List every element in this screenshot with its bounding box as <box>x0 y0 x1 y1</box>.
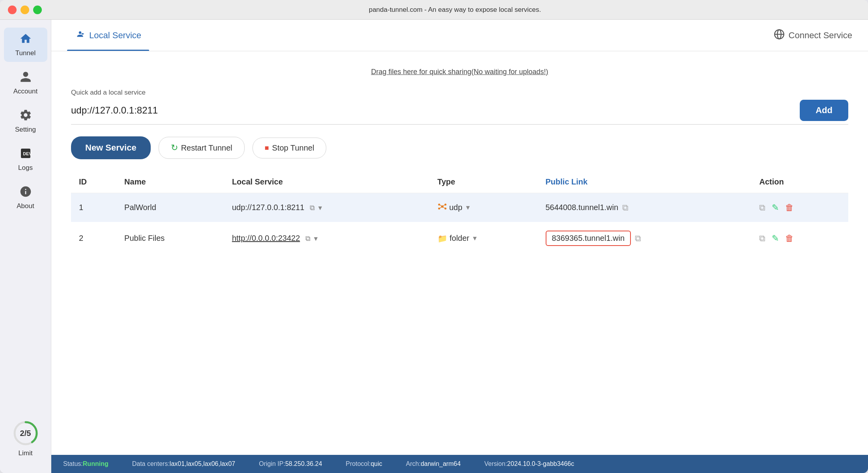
row2-action-copy-icon[interactable]: ⧉ <box>759 233 765 244</box>
row2-edit-icon[interactable]: ✎ <box>772 233 779 244</box>
row2-delete-icon[interactable]: 🗑 <box>785 233 794 244</box>
stop-icon: ■ <box>265 144 269 152</box>
local-service-tab-icon <box>75 29 85 42</box>
limit-circle: 2/5 <box>12 419 39 447</box>
row1-type-dropdown-icon[interactable]: ▼ <box>465 204 471 211</box>
status-bar: Status:Running Data centers:lax01,lax05,… <box>51 455 868 473</box>
minimize-button[interactable] <box>21 6 29 14</box>
row2-copy-link-icon[interactable]: ⧉ <box>635 233 641 244</box>
sidebar-item-logs[interactable]: DEV Logs <box>4 142 47 177</box>
col-action: Action <box>751 171 848 193</box>
sidebar-item-account[interactable]: Account <box>4 66 47 100</box>
limit-section: 2/5 Limit <box>12 419 39 465</box>
row2-name: Public Files <box>116 222 224 255</box>
col-public-link: Public Link <box>538 171 752 193</box>
sidebar-item-tunnel[interactable]: Tunnel <box>4 28 47 62</box>
quick-add-row: Add <box>71 100 848 125</box>
col-type: Type <box>430 171 538 193</box>
udp-icon <box>438 202 447 213</box>
account-icon <box>19 71 32 85</box>
window-title: panda-tunnel.com - An easy way to expose… <box>50 6 860 14</box>
protocol: Protocol:quic <box>346 460 382 467</box>
content-area: Drag files here for quick sharing(No wai… <box>51 51 868 455</box>
tab-bar: Local Service Connect Service <box>51 20 868 51</box>
row1-actions: ⧉ ✎ 🗑 <box>751 193 848 222</box>
svg-point-4 <box>79 31 82 34</box>
data-centers: Data centers:lax01,lax05,lax06,lax07 <box>132 460 236 467</box>
quick-add-section: Quick add a local service Add <box>71 89 848 125</box>
version: Version:2024.10.0-3-gabb3466c <box>485 460 574 467</box>
arch: Arch:darwin_arm64 <box>406 460 461 467</box>
svg-point-9 <box>444 204 446 206</box>
limit-label: Limit <box>19 449 33 457</box>
logs-icon: DEV <box>19 147 32 162</box>
restart-icon: ↻ <box>171 143 178 153</box>
home-icon <box>19 32 32 47</box>
svg-line-12 <box>440 205 441 206</box>
table-row: 1 PalWorld udp://127.0.0.1:8211 ⧉ ▼ <box>71 193 848 222</box>
row1-url-dropdown-icon[interactable]: ▼ <box>317 205 324 211</box>
add-button[interactable]: Add <box>800 100 848 121</box>
svg-line-15 <box>443 207 445 208</box>
svg-point-11 <box>444 208 446 210</box>
restart-tunnel-button[interactable]: ↻ Restart Tunnel <box>159 137 245 159</box>
app-body: Tunnel Account Setting <box>0 20 868 473</box>
row1-type: udp ▼ <box>430 193 538 222</box>
svg-text:DEV: DEV <box>23 151 32 156</box>
table-row: 2 Public Files http://0.0.0.0:23422 ⧉ ▼ … <box>71 222 848 255</box>
stop-tunnel-button[interactable]: ■ Stop Tunnel <box>253 138 327 158</box>
row2-type-dropdown-icon[interactable]: ▼ <box>472 235 478 242</box>
sidebar: Tunnel Account Setting <box>0 20 51 473</box>
row2-local-service: http://0.0.0.0:23422 ⧉ ▼ <box>224 222 430 255</box>
svg-point-10 <box>438 208 440 210</box>
svg-point-8 <box>438 204 440 206</box>
sidebar-about-label: About <box>17 202 34 210</box>
toolbar: New Service ↻ Restart Tunnel ■ Stop Tunn… <box>71 136 848 159</box>
row1-public-link: 5644008.tunnel1.win ⧉ <box>538 193 752 222</box>
row1-delete-icon[interactable]: 🗑 <box>785 203 794 213</box>
row2-public-link: 8369365.tunnel1.win ⧉ <box>538 222 752 255</box>
sidebar-item-setting[interactable]: Setting <box>4 104 47 138</box>
row2-actions: ⧉ ✎ 🗑 <box>751 222 848 255</box>
quick-add-label: Quick add a local service <box>71 89 848 97</box>
row2-url-dropdown-icon[interactable]: ▼ <box>312 235 319 242</box>
row1-local-service: udp://127.0.0.1:8211 ⧉ ▼ <box>224 193 430 222</box>
status-label: Status:Running <box>63 460 108 467</box>
row2-id: 2 <box>71 222 116 255</box>
sidebar-logs-label: Logs <box>18 164 33 172</box>
local-service-tab-label: Local Service <box>89 30 141 41</box>
row1-name: PalWorld <box>116 193 224 222</box>
row2-type: 📁 folder ▼ <box>430 222 538 255</box>
svg-line-13 <box>443 205 445 206</box>
col-name: Name <box>116 171 224 193</box>
row1-edit-icon[interactable]: ✎ <box>772 203 779 213</box>
row1-id: 1 <box>71 193 116 222</box>
col-local-service: Local Service <box>224 171 430 193</box>
col-id: ID <box>71 171 116 193</box>
app-window: panda-tunnel.com - An easy way to expose… <box>0 0 868 473</box>
services-table: ID Name Local Service Type Public Link A… <box>71 171 848 255</box>
titlebar: panda-tunnel.com - An easy way to expose… <box>0 0 868 20</box>
row2-copy-url-icon[interactable]: ⧉ <box>305 235 311 242</box>
sidebar-tunnel-label: Tunnel <box>15 49 36 57</box>
row1-action-copy-icon[interactable]: ⧉ <box>759 203 765 213</box>
row1-copy-url-icon[interactable]: ⧉ <box>310 204 315 212</box>
maximize-button[interactable] <box>33 6 42 14</box>
connect-service-label: Connect Service <box>789 30 852 41</box>
drag-zone[interactable]: Drag files here for quick sharing(No wai… <box>71 63 848 81</box>
sidebar-item-about[interactable]: About <box>4 181 47 215</box>
globe-icon <box>774 29 785 42</box>
svg-line-14 <box>440 207 441 208</box>
new-service-button[interactable]: New Service <box>71 136 151 159</box>
svg-point-7 <box>441 205 443 208</box>
gear-icon <box>19 109 32 123</box>
tab-local-service[interactable]: Local Service <box>67 20 149 51</box>
quick-add-input[interactable] <box>71 105 792 116</box>
main-content: Local Service Connect Service <box>51 20 868 473</box>
sidebar-setting-label: Setting <box>15 126 36 134</box>
close-button[interactable] <box>8 6 17 14</box>
row1-copy-link-icon[interactable]: ⧉ <box>622 203 629 213</box>
tab-connect-service[interactable]: Connect Service <box>774 29 852 42</box>
traffic-lights <box>8 6 42 14</box>
info-icon <box>19 185 32 200</box>
